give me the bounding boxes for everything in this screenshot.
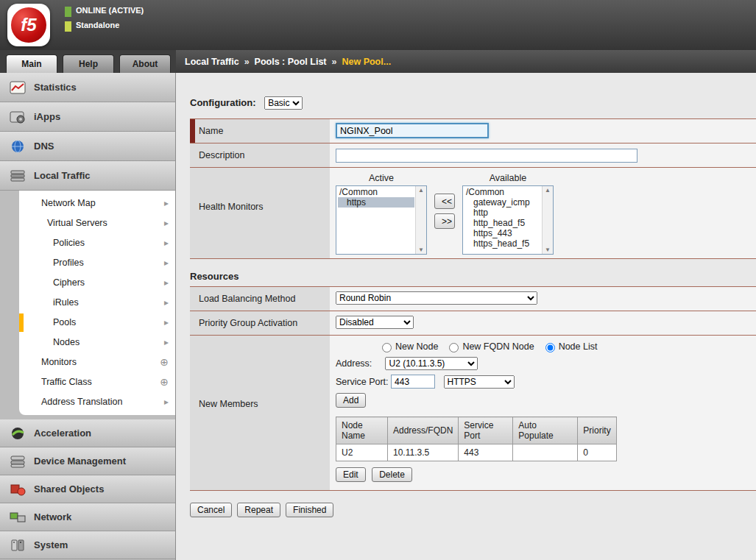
- shared-objects-icon: [9, 482, 27, 497]
- available-listbox-scrollbar[interactable]: ▲▼: [542, 186, 553, 254]
- tab-main[interactable]: Main: [6, 54, 57, 73]
- active-group-label: /Common: [338, 187, 414, 197]
- sidebar-item-label: DNS: [34, 141, 54, 152]
- statistics-icon: [9, 80, 27, 95]
- sidebar-item-network-map[interactable]: Network Map ▸: [19, 194, 175, 213]
- sidebar-item-ciphers[interactable]: Ciphers ▸: [19, 273, 175, 293]
- sidebar-item-traffic-class[interactable]: Traffic Class ⊕: [19, 372, 175, 392]
- sidebar-item-pools[interactable]: Pools ▸: [19, 313, 175, 333]
- name-input[interactable]: [336, 123, 489, 138]
- tab-help[interactable]: Help: [63, 54, 114, 73]
- available-monitor-item[interactable]: gateway_icmp: [464, 197, 541, 208]
- node-name-header: Node Name: [336, 417, 388, 444]
- sidebar-item-label: iApps: [34, 111, 60, 122]
- address-fqdn-header: Address/FQDN: [388, 417, 459, 444]
- member-auto-populate: [513, 444, 578, 461]
- sidebar-item-device-management[interactable]: Device Management: [0, 447, 175, 475]
- active-monitor-item[interactable]: https: [338, 197, 414, 208]
- service-select[interactable]: HTTPS: [444, 375, 515, 389]
- breadcrumb-local-traffic[interactable]: Local Traffic: [185, 57, 239, 67]
- sub-item-label: Profiles: [53, 258, 84, 268]
- chevron-right-icon: ▸: [164, 213, 169, 233]
- name-label: Name: [190, 119, 330, 143]
- tab-about[interactable]: About: [119, 54, 171, 73]
- form-action-buttons: Cancel Repeat Finished: [190, 503, 756, 517]
- sidebar-item-policies[interactable]: Policies ▸: [19, 233, 175, 253]
- f5-logo[interactable]: f5: [7, 4, 50, 46]
- repeat-button[interactable]: Repeat: [237, 503, 280, 517]
- cancel-button[interactable]: Cancel: [190, 503, 232, 517]
- configuration-select[interactable]: Basic: [264, 96, 303, 110]
- description-input[interactable]: [336, 149, 637, 163]
- available-monitor-item[interactable]: https_443: [464, 228, 541, 238]
- sidebar-item-iapps[interactable]: iApps: [0, 102, 175, 132]
- new-members-label: New Members: [190, 336, 330, 490]
- sidebar-item-system[interactable]: System: [0, 531, 175, 559]
- edit-delete-line: Edit Delete: [336, 467, 750, 482]
- new-fqdn-node-radio[interactable]: [449, 343, 459, 352]
- active-listbox-scrollbar[interactable]: ▲▼: [415, 186, 426, 254]
- breadcrumb-current: New Pool...: [342, 57, 391, 67]
- address-select[interactable]: U2 (10.11.3.5): [385, 357, 478, 370]
- sidebar-item-virtual-servers[interactable]: Virtual Servers ▸: [19, 213, 175, 233]
- move-to-available-button[interactable]: >>: [434, 213, 455, 229]
- priority-group-select[interactable]: Disabled: [336, 316, 414, 329]
- sidebar-item-label: Statistics: [34, 82, 77, 93]
- sub-item-label: Pools: [53, 317, 76, 327]
- service-port-input[interactable]: [391, 375, 435, 389]
- available-header: Available: [462, 173, 554, 183]
- available-monitor-item[interactable]: https_head_f5: [464, 238, 541, 249]
- circle-plus-icon[interactable]: ⊕: [160, 352, 169, 372]
- acceleration-icon: [9, 426, 27, 441]
- sidebar-item-label: Acceleration: [34, 428, 91, 439]
- breadcrumb-pool-list[interactable]: Pools : Pool List: [255, 57, 327, 67]
- member-type-radios: New Node New FQDN Node Node List: [378, 341, 750, 352]
- available-group-label: /Common: [464, 187, 541, 197]
- load-balancing-select[interactable]: Round Robin: [336, 291, 537, 305]
- chevron-right-icon: ▸: [164, 313, 169, 333]
- load-balancing-label: Load Balancing Method: [190, 287, 330, 311]
- finished-button[interactable]: Finished: [286, 503, 333, 517]
- node-list-radio[interactable]: [545, 343, 555, 352]
- sidebar-item-network[interactable]: Network: [0, 503, 175, 531]
- node-list-radio-label[interactable]: Node List: [559, 341, 598, 352]
- member-row[interactable]: U2 10.11.3.5 443 0: [336, 444, 617, 461]
- priority-group-value-cell: Disabled: [330, 311, 756, 335]
- move-buttons: << >>: [434, 194, 455, 255]
- available-monitors-listbox[interactable]: /Common gateway_icmp http http_head_f5 h…: [462, 185, 554, 255]
- sidebar-item-profiles[interactable]: Profiles ▸: [19, 253, 175, 273]
- circle-plus-icon[interactable]: ⊕: [160, 372, 169, 392]
- available-monitor-item[interactable]: http_head_f5: [464, 218, 541, 228]
- new-fqdn-node-radio-label[interactable]: New FQDN Node: [462, 341, 534, 352]
- new-node-radio[interactable]: [382, 343, 392, 352]
- health-monitors-value-cell: Active /Common https ▲▼ << >>: [330, 168, 756, 258]
- sidebar-item-dns[interactable]: DNS: [0, 132, 175, 161]
- status-line-online: ONLINE (ACTIVE): [65, 6, 144, 17]
- edit-button[interactable]: Edit: [336, 467, 366, 482]
- sidebar-item-acceleration[interactable]: Acceleration: [0, 419, 175, 447]
- sidebar-item-local-traffic[interactable]: Local Traffic: [0, 161, 175, 191]
- sidebar-item-address-translation[interactable]: Address Translation ▸: [19, 392, 175, 412]
- sidebar-item-nodes[interactable]: Nodes ▸: [19, 333, 175, 352]
- member-service-port: 443: [459, 444, 513, 461]
- available-monitor-item[interactable]: http: [464, 208, 541, 218]
- new-node-radio-label[interactable]: New Node: [395, 341, 438, 352]
- active-monitors-listbox[interactable]: /Common https ▲▼: [336, 185, 427, 255]
- add-button[interactable]: Add: [336, 393, 366, 408]
- top-header: f5 ONLINE (ACTIVE) Standalone: [0, 0, 756, 50]
- sidebar-item-irules[interactable]: iRules ▸: [19, 293, 175, 313]
- sub-item-label: Address Translation: [41, 397, 122, 407]
- sidebar-item-label: Network: [34, 511, 71, 522]
- sidebar-item-monitors[interactable]: Monitors ⊕: [19, 352, 175, 372]
- move-to-active-button[interactable]: <<: [434, 194, 455, 209]
- sidebar-item-shared-objects[interactable]: Shared Objects: [0, 475, 175, 503]
- delete-button[interactable]: Delete: [372, 467, 412, 482]
- sidebar: Statistics iApps DNS Local Traffic Netwo…: [0, 73, 176, 560]
- service-port-line: Service Port: HTTPS: [336, 375, 750, 389]
- member-priority: 0: [578, 444, 616, 461]
- sidebar-item-statistics[interactable]: Statistics: [0, 73, 175, 102]
- f5-logo-text: f5: [21, 15, 36, 35]
- network-icon: [9, 510, 27, 525]
- new-members-row: New Members New Node New FQDN Node Node …: [190, 336, 756, 491]
- chevron-right-icon: ▸: [164, 194, 169, 213]
